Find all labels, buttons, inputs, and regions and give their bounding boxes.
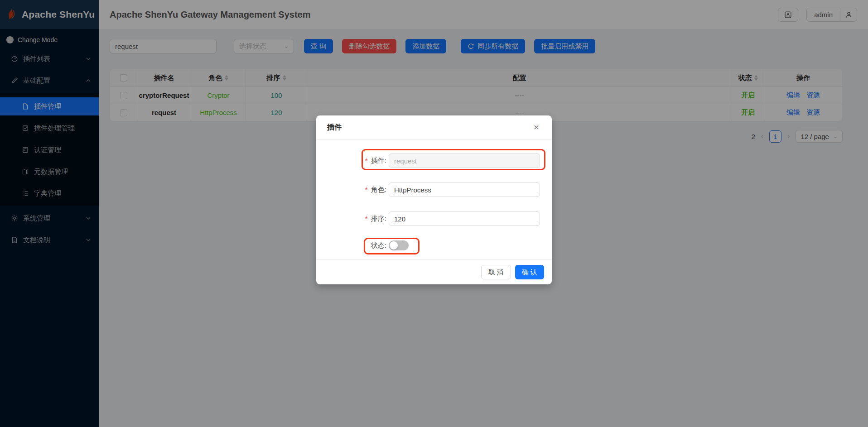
modal-header: 插件 × <box>316 115 552 140</box>
modal-footer: 取 消 确 认 <box>316 259 552 284</box>
plugin-field-label: 插件: <box>371 157 386 164</box>
sort-input[interactable] <box>389 211 540 226</box>
plugin-name-input[interactable] <box>389 154 540 168</box>
role-field-label: 角色: <box>371 186 386 193</box>
sort-field-label: 排序: <box>371 215 386 222</box>
role-input[interactable] <box>389 182 540 197</box>
modal-title: 插件 <box>327 123 342 131</box>
status-field-label: 状态: <box>371 241 386 249</box>
required-mark: * <box>365 215 368 222</box>
required-mark: * <box>365 157 368 164</box>
form-row-sort: * 排序: <box>327 211 541 226</box>
form-row-status: 状态: <box>327 240 541 250</box>
form-row-plugin: * 插件: <box>327 154 541 168</box>
close-icon[interactable]: × <box>530 121 543 134</box>
confirm-button[interactable]: 确 认 <box>515 265 544 279</box>
status-toggle[interactable] <box>389 240 409 250</box>
cancel-button[interactable]: 取 消 <box>481 265 511 279</box>
form-row-role: * 角色: <box>327 182 541 197</box>
plugin-modal: 插件 × * 插件: * 角色: * 排序: 状态: <box>316 115 552 284</box>
modal-body: * 插件: * 角色: * 排序: 状态: <box>316 140 552 259</box>
required-mark: * <box>365 186 368 193</box>
toggle-knob-icon <box>390 241 398 249</box>
